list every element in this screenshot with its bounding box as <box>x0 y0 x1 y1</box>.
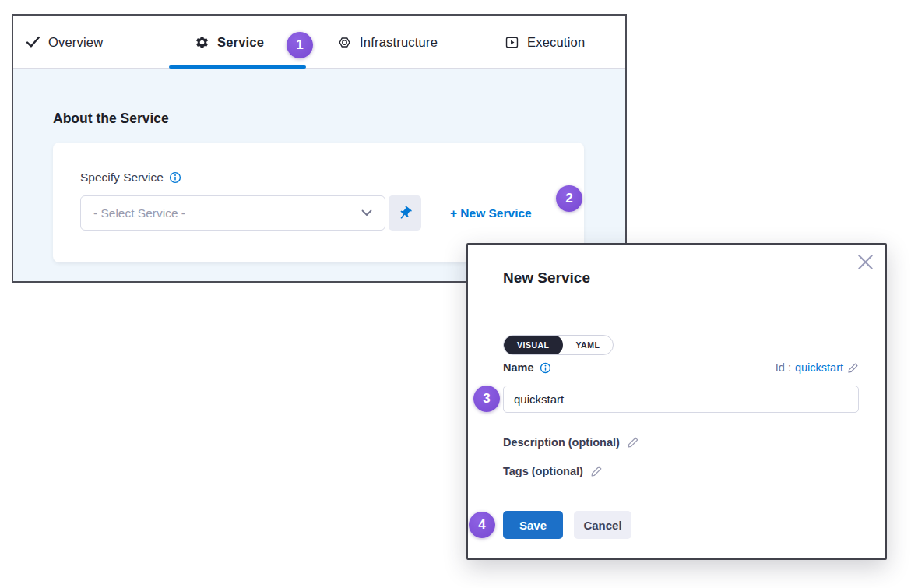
tab-service[interactable]: Service <box>195 16 264 69</box>
name-label-row: Name Id : quickstart <box>503 361 859 374</box>
name-input[interactable] <box>503 386 859 413</box>
annotation-badge-4: 4 <box>469 512 495 538</box>
new-service-modal: New Service VISUAL YAML Name Id : quicks… <box>466 243 887 560</box>
hexagon-nut-icon <box>337 35 352 50</box>
tab-infrastructure[interactable]: Infrastructure <box>337 16 438 69</box>
close-icon[interactable] <box>856 252 874 271</box>
chevron-down-icon <box>361 209 372 217</box>
specify-service-label-row: Specify Service <box>80 171 181 185</box>
screenshot-root: Overview Service Infrastructure Executio… <box>0 0 911 588</box>
tags-label: Tags (optional) <box>503 465 583 477</box>
stage-tabbar: Overview Service Infrastructure Executio… <box>13 16 625 69</box>
service-select-placeholder: - Select Service - <box>93 206 185 220</box>
tab-execution-label: Execution <box>527 35 585 50</box>
tab-overview[interactable]: Overview <box>26 16 103 69</box>
annotation-badge-1: 1 <box>287 32 313 58</box>
gear-icon <box>195 35 209 50</box>
edit-tags-pencil-icon[interactable] <box>590 465 603 477</box>
description-label: Description (optional) <box>503 436 620 449</box>
tab-service-label: Service <box>217 35 264 50</box>
id-value[interactable]: quickstart <box>795 361 843 374</box>
toggle-visual[interactable]: VISUAL <box>504 335 563 355</box>
section-heading: About the Service <box>53 111 169 127</box>
check-icon <box>26 36 40 48</box>
tab-overview-label: Overview <box>48 35 103 50</box>
active-tab-underline <box>169 65 306 69</box>
info-icon[interactable] <box>540 362 551 374</box>
pushpin-icon <box>397 206 413 221</box>
specify-service-label: Specify Service <box>80 171 164 185</box>
toggle-yaml[interactable]: YAML <box>563 335 614 355</box>
service-select-row: - Select Service - + New Service <box>80 195 532 231</box>
name-label: Name <box>503 361 534 374</box>
cancel-button[interactable]: Cancel <box>574 511 631 539</box>
modal-title: New Service <box>503 269 590 287</box>
id-prefix-label: Id : <box>776 361 791 374</box>
info-icon[interactable] <box>169 171 181 184</box>
edit-id-pencil-icon[interactable] <box>847 362 859 374</box>
save-button[interactable]: Save <box>503 511 563 539</box>
description-row: Description (optional) <box>503 436 639 449</box>
visual-yaml-toggle[interactable]: VISUAL YAML <box>503 335 614 355</box>
tab-execution[interactable]: Execution <box>505 16 585 69</box>
tab-infrastructure-label: Infrastructure <box>360 35 438 50</box>
service-select[interactable]: - Select Service - <box>80 195 385 231</box>
new-service-link[interactable]: + New Service <box>450 206 532 220</box>
tags-row: Tags (optional) <box>503 465 603 477</box>
play-box-icon <box>505 35 519 50</box>
annotation-badge-2: 2 <box>556 185 582 212</box>
modal-actions: Save Cancel <box>503 511 631 539</box>
pin-button[interactable] <box>389 195 421 231</box>
edit-description-pencil-icon[interactable] <box>627 436 639 449</box>
annotation-badge-3: 3 <box>473 386 500 412</box>
